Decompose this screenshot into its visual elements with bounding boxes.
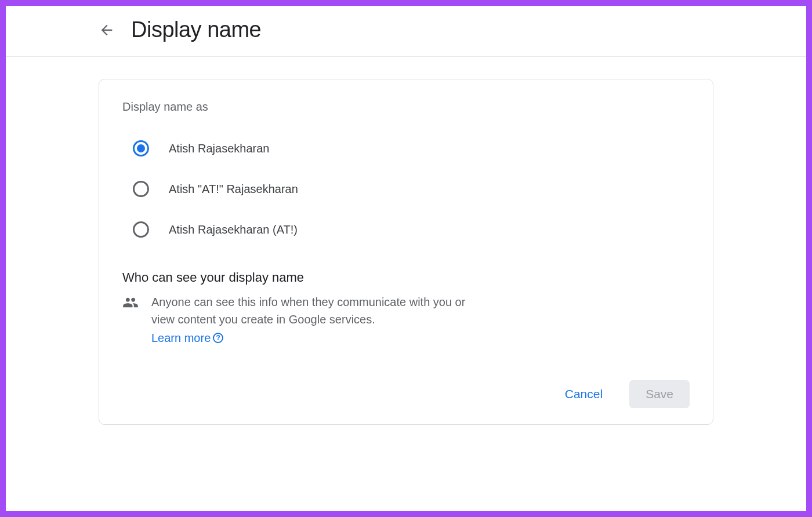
radio-button-icon[interactable] [133, 221, 149, 238]
save-button[interactable]: Save [629, 380, 690, 408]
cancel-button[interactable]: Cancel [549, 380, 619, 408]
visibility-heading: Who can see your display name [122, 270, 690, 285]
radio-button-icon[interactable] [133, 140, 149, 156]
section-label: Display name as [122, 100, 690, 114]
help-icon: ? [213, 333, 223, 343]
back-arrow-icon[interactable] [99, 22, 115, 38]
visibility-text-block: Anyone can see this info when they commu… [151, 293, 476, 347]
page-title: Display name [131, 17, 261, 42]
radio-group: Atish Rajasekharan Atish "AT!" Rajasekha… [122, 140, 690, 238]
radio-option-0[interactable]: Atish Rajasekharan [133, 140, 690, 156]
radio-option-1[interactable]: Atish "AT!" Rajasekharan [133, 181, 690, 197]
radio-label: Atish Rajasekharan [169, 142, 269, 155]
visibility-description: Anyone can see this info when they commu… [151, 296, 465, 326]
app-frame: Display name Display name as Atish Rajas… [6, 6, 806, 511]
learn-more-link[interactable]: Learn more ? [151, 329, 223, 347]
button-row: Cancel Save [122, 380, 690, 408]
settings-card: Display name as Atish Rajasekharan Atish… [99, 79, 713, 425]
radio-button-icon[interactable] [133, 181, 149, 197]
content-area: Display name as Atish Rajasekharan Atish… [6, 57, 806, 447]
people-icon [122, 294, 139, 311]
radio-label: Atish Rajasekharan (AT!) [169, 223, 298, 236]
header: Display name [6, 6, 806, 57]
radio-option-2[interactable]: Atish Rajasekharan (AT!) [133, 221, 690, 238]
visibility-row: Anyone can see this info when they commu… [122, 293, 690, 347]
radio-label: Atish "AT!" Rajasekharan [169, 183, 298, 196]
learn-more-label: Learn more [151, 329, 211, 347]
